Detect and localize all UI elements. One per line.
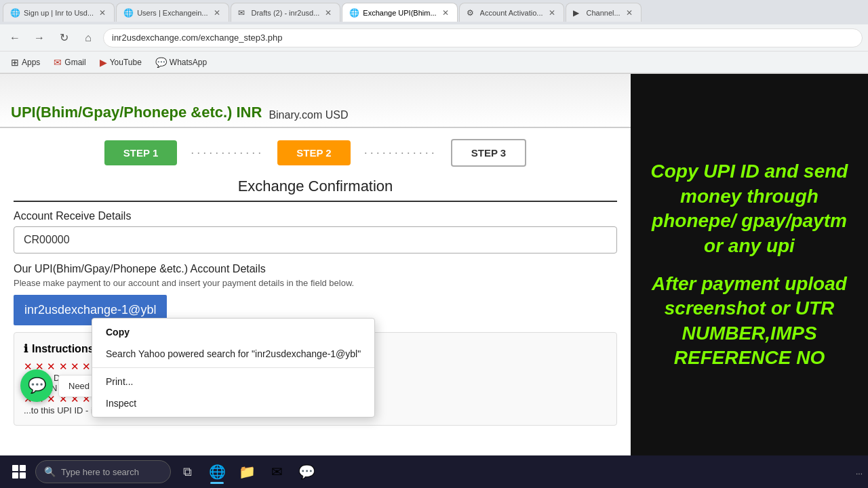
context-separator <box>92 367 374 368</box>
bookmark-youtube-label: YouTube <box>110 58 142 67</box>
tab-favicon-3: ✉ <box>238 8 248 18</box>
url-input[interactable] <box>103 28 863 47</box>
tab-title-1: Sign up | Inr to Usd... <box>24 9 94 17</box>
side-panel-text2: After payment upload screenshot or UTR N… <box>644 272 854 371</box>
upi-section-label: Our UPI(Bhim/Gpay/Phonepe &etc.) Account… <box>14 263 617 275</box>
home-button[interactable]: ⌂ <box>79 28 98 47</box>
bookmark-whatsapp-label: WhatsApp <box>170 58 207 67</box>
tab-title-5: Account Activatio... <box>480 9 543 17</box>
tab-close-1[interactable]: ✕ <box>98 7 107 19</box>
tab-favicon-6: ▶ <box>573 8 583 18</box>
start-icon <box>12 465 26 479</box>
tab-title-3: Drafts (2) - inr2usd... <box>252 9 320 17</box>
tab-signup[interactable]: 🌐 Sign up | Inr to Usd... ✕ <box>3 3 115 22</box>
upi-desc: Please make payment to our account and i… <box>14 278 617 288</box>
tab-close-4[interactable]: ✕ <box>441 7 450 19</box>
taskbar-chat-app[interactable]: 💬 <box>293 458 320 485</box>
tab-favicon-2: 🌐 <box>123 8 133 18</box>
tab-account[interactable]: ⚙ Account Activatio... ✕ <box>459 3 564 22</box>
step-progress: STEP 1 ············ STEP 2 ············ … <box>14 139 617 167</box>
tab-favicon-4: 🌐 <box>349 8 359 18</box>
tab-title-6: Channel... <box>587 9 620 17</box>
tab-exchange-upi[interactable]: 🌐 Exchange UPI(Bhim... ✕ <box>342 3 457 22</box>
bookmark-youtube[interactable]: ▶ YouTube <box>94 56 147 69</box>
tab-close-5[interactable]: ✕ <box>547 7 557 19</box>
step3-button[interactable]: STEP 3 <box>451 139 526 167</box>
step1-button[interactable]: STEP 1 <box>104 140 177 165</box>
step-dots-1: ············ <box>191 146 264 160</box>
tab-users[interactable]: 🌐 Users | Exchangein... ✕ <box>116 3 229 22</box>
context-search[interactable]: Search Yahoo powered search for "inr2usd… <box>92 343 374 365</box>
taskbar-search-text: Type here to search <box>61 467 139 477</box>
start-button[interactable] <box>5 458 33 485</box>
taskbar-edge[interactable]: 🌐 <box>203 458 231 485</box>
apps-icon: ⊞ <box>11 57 19 68</box>
forward-button[interactable]: → <box>30 28 49 47</box>
youtube-icon: ▶ <box>100 57 107 68</box>
taskbar-task-view[interactable]: ⧉ <box>174 458 201 485</box>
tab-close-2[interactable]: ✕ <box>212 7 222 19</box>
bookmark-whatsapp[interactable]: 💬 WhatsApp <box>150 56 212 69</box>
taskbar-mail[interactable]: ✉ <box>263 458 290 485</box>
tab-title-4: Exchange UPI(Bhim... <box>363 9 436 17</box>
bookmark-gmail-label: Gmail <box>64 58 85 67</box>
web-content: UPI(Bhim/Gpay/Phonepe &etc.) INR Binary.… <box>0 74 631 456</box>
context-print[interactable]: Print... <box>92 371 374 392</box>
bookmark-apps-label: Apps <box>22 58 40 67</box>
context-menu: Copy Search Yahoo powered search for "in… <box>92 318 375 418</box>
taskbar-file-explorer[interactable]: 📁 <box>233 458 260 485</box>
step2-button[interactable]: STEP 2 <box>277 140 350 165</box>
taskbar-search-icon: 🔍 <box>44 466 56 477</box>
chat-app-icon: 💬 <box>298 464 315 480</box>
page-header-upi: UPI(Bhim/Gpay/Phonepe &etc.) INR <box>11 104 262 121</box>
address-bar: ← → ↻ ⌂ <box>0 24 868 52</box>
refresh-button[interactable]: ↻ <box>54 28 73 47</box>
bookmarks-bar: ⊞ Apps ✉ Gmail ▶ YouTube 💬 WhatsApp <box>0 52 868 73</box>
start-sq-3 <box>12 472 18 479</box>
task-view-icon: ⧉ <box>183 465 192 479</box>
info-icon: ℹ <box>24 342 28 355</box>
tab-favicon-5: ⚙ <box>467 8 476 18</box>
whatsapp-chat-icon: 💬 <box>28 377 46 394</box>
step-dots-2: ············ <box>364 146 437 160</box>
whatsapp-chat-button[interactable]: 💬 <box>20 369 53 402</box>
side-panel-video: Copy UPI ID and send money through phone… <box>631 74 868 456</box>
page-subheader: Binary.com USD <box>269 109 348 121</box>
tab-close-6[interactable]: ✕ <box>625 7 634 19</box>
page-top-header: UPI(Bhim/Gpay/Phonepe &etc.) INR Binary.… <box>0 74 631 128</box>
start-sq-4 <box>20 472 26 479</box>
tab-drafts[interactable]: ✉ Drafts (2) - inr2usd... ✕ <box>231 3 341 22</box>
mail-icon: ✉ <box>271 464 283 480</box>
browser-chrome: 🌐 Sign up | Inr to Usd... ✕ 🌐 Users | Ex… <box>0 0 868 74</box>
start-sq-2 <box>20 465 26 471</box>
main-area: UPI(Bhim/Gpay/Phonepe &etc.) INR Binary.… <box>0 74 868 456</box>
taskbar: 🔍 Type here to search ⧉ 🌐 📁 ✉ 💬 ... <box>0 455 868 488</box>
taskbar-right: ... <box>856 467 863 476</box>
edge-icon: 🌐 <box>209 464 226 480</box>
context-copy[interactable]: Copy <box>92 321 374 343</box>
tab-channel[interactable]: ▶ Channel... ✕ <box>566 3 642 22</box>
start-sq-1 <box>12 465 18 471</box>
taskbar-time: ... <box>856 467 863 476</box>
side-panel-text: Copy UPI ID and send money through phone… <box>644 159 854 258</box>
tab-bar: 🌐 Sign up | Inr to Usd... ✕ 🌐 Users | Ex… <box>0 0 868 24</box>
bookmark-gmail[interactable]: ✉ Gmail <box>48 56 91 69</box>
gmail-icon: ✉ <box>54 57 62 68</box>
account-receive-input[interactable] <box>14 226 617 253</box>
context-inspect[interactable]: Inspect <box>92 392 374 414</box>
account-receive-label: Account Receive Details <box>14 210 617 222</box>
page-body: STEP 1 ············ STEP 2 ············ … <box>0 139 631 426</box>
tab-title-2: Users | Exchangein... <box>137 9 208 17</box>
back-button[interactable]: ← <box>5 28 24 47</box>
tab-close-3[interactable]: ✕ <box>323 7 333 19</box>
taskbar-search-box[interactable]: 🔍 Type here to search <box>35 460 171 483</box>
bookmark-apps[interactable]: ⊞ Apps <box>5 56 45 69</box>
tab-favicon-1: 🌐 <box>10 8 20 18</box>
exchange-confirmation-title: Exchange Confirmation <box>14 178 617 202</box>
file-explorer-icon: 📁 <box>239 464 256 480</box>
whatsapp-icon: 💬 <box>155 57 167 68</box>
